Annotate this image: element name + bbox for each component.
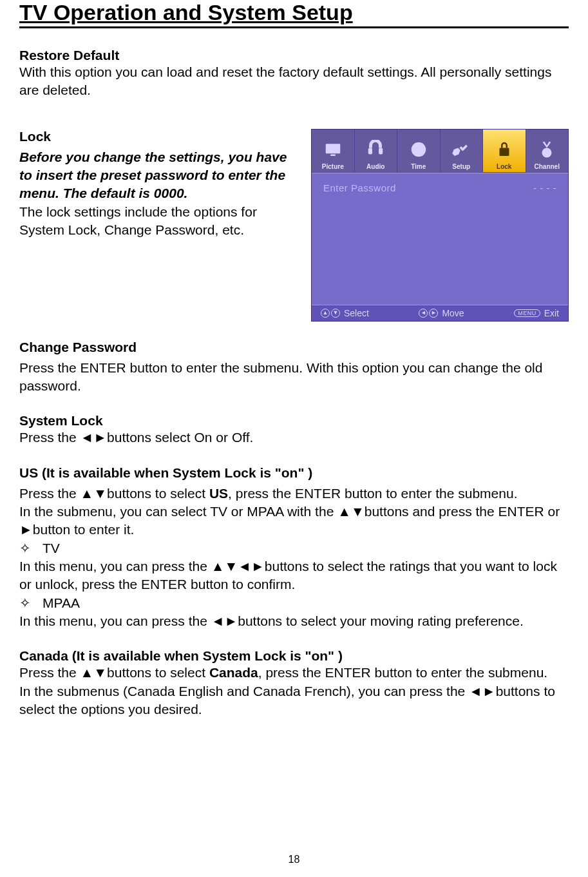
up-icon: ▲ — [321, 309, 330, 318]
osd-tabs: Picture Audio Time — [312, 130, 568, 173]
note-lock-password: Before you change the settings, you have… — [19, 148, 298, 203]
body-change-password: Press the ENTER button to enter the subm… — [19, 359, 569, 396]
body-lock: The lock settings include the options fo… — [19, 203, 298, 240]
osd-body: Enter Password - - - - — [312, 173, 568, 305]
picture-icon — [321, 138, 345, 161]
osd-tab-time: Time — [397, 130, 441, 172]
diamond-bullet-icon: ✧ — [19, 594, 31, 612]
heading-canada: Canada (It is available when System Lock… — [19, 648, 569, 664]
time-icon — [407, 138, 430, 161]
channel-icon — [535, 138, 558, 161]
heading-change-password: Change Password — [19, 340, 569, 355]
osd-tab-channel: Channel — [526, 130, 569, 172]
osd-tab-label: Setup — [452, 163, 470, 170]
osd-hint-exit: MENU Exit — [514, 308, 559, 318]
diamond-bullet-icon: ✧ — [19, 539, 31, 557]
svg-rect-1 — [330, 154, 336, 156]
body-us-tv: In this menu, you can press the ▲▼◄►butt… — [19, 557, 569, 594]
osd-hint-label: Select — [344, 308, 369, 318]
menu-key-icon: MENU — [514, 309, 540, 317]
heading-system-lock: System Lock — [19, 413, 569, 429]
heading-lock: Lock — [19, 129, 298, 144]
osd-hint-move: ◄ ► Move — [419, 308, 464, 318]
body-us-line1: Press the ▲▼buttons to select US, press … — [19, 485, 569, 503]
page-number: 18 — [0, 854, 588, 865]
audio-icon — [364, 138, 387, 161]
body-restore-default: With this option you can load and reset … — [19, 63, 569, 100]
osd-tab-label: Lock — [497, 163, 511, 170]
body-canada-line2: In the submenus (Canada English and Cana… — [19, 682, 569, 719]
osd-enter-password-value: - - - - — [533, 182, 556, 193]
osd-tab-audio: Audio — [355, 130, 398, 172]
bullet-label: MPAA — [43, 594, 80, 612]
down-icon: ▼ — [331, 309, 340, 318]
osd-tab-label: Channel — [535, 163, 560, 170]
bullet-tv: ✧ TV — [19, 539, 569, 557]
left-icon: ◄ — [419, 309, 428, 318]
page-title: TV Operation and System Setup — [19, 0, 569, 28]
right-icon: ► — [429, 309, 438, 318]
osd-tab-lock: Lock — [483, 130, 526, 172]
body-us-mpaa: In this menu, you can press the ◄►button… — [19, 612, 569, 630]
osd-enter-password-label: Enter Password — [323, 182, 396, 193]
svg-rect-6 — [418, 148, 423, 150]
osd-screenshot: Picture Audio Time — [311, 129, 569, 322]
svg-rect-2 — [368, 148, 372, 154]
osd-hint-select: ▲ ▼ Select — [321, 308, 369, 318]
osd-tab-label: Audio — [366, 163, 384, 170]
osd-tab-label: Time — [411, 163, 426, 170]
lock-icon — [493, 138, 516, 161]
svg-rect-0 — [326, 144, 341, 153]
osd-hint-label: Move — [442, 308, 464, 318]
svg-rect-3 — [379, 148, 383, 154]
osd-tab-setup: Setup — [441, 130, 484, 172]
heading-us: US (It is available when System Lock is … — [19, 465, 569, 481]
bullet-mpaa: ✧ MPAA — [19, 594, 569, 612]
osd-tab-label: Picture — [322, 163, 344, 170]
body-us-line2: In the submenu, you can select TV or MPA… — [19, 503, 569, 539]
osd-hint-label: Exit — [544, 308, 559, 318]
body-canada-line1: Press the ▲▼buttons to select Canada, pr… — [19, 664, 569, 682]
body-system-lock: Press the ◄►buttons select On or Off. — [19, 429, 569, 447]
osd-tab-picture: Picture — [312, 130, 355, 172]
svg-point-8 — [542, 148, 552, 157]
svg-rect-7 — [499, 148, 509, 156]
setup-icon — [450, 138, 473, 161]
heading-restore-default: Restore Default — [19, 48, 569, 63]
osd-footer: ▲ ▼ Select ◄ ► Move MENU Exit — [312, 305, 568, 321]
bullet-label: TV — [43, 539, 60, 557]
